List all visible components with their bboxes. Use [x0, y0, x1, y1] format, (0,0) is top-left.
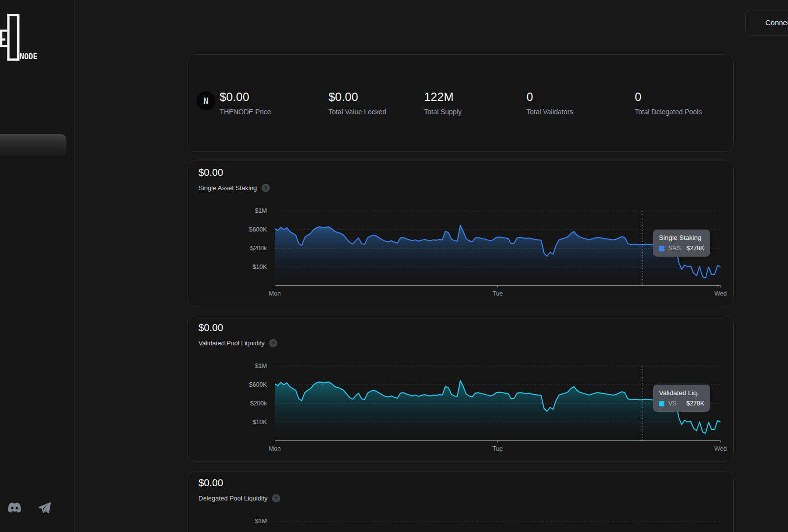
- stat-label: Total Delegated Pools: [635, 108, 702, 116]
- chart-total-value: $0.00: [198, 322, 223, 333]
- help-icon[interactable]: ?: [272, 494, 280, 502]
- y-axis-labels: $1M$600K$200k$10K: [188, 363, 271, 440]
- stat-value: 0: [526, 90, 573, 104]
- stats-card: N $0.00 THENODE Price $0.00 Total Value …: [187, 54, 734, 152]
- sidebar: NODE: [0, 0, 75, 532]
- sidebar-socials: [8, 501, 67, 514]
- y-tick-label: $600K: [249, 381, 267, 389]
- x-axis-labels: MonTueWed: [275, 445, 721, 454]
- x-tick-label: Tue: [492, 445, 503, 452]
- chart-title: Single Asset Staking: [198, 184, 257, 192]
- y-tick-label: $200k: [250, 244, 267, 252]
- stat-label: THENODE Price: [220, 108, 271, 116]
- sidebar-active-nav-item[interactable]: [0, 134, 66, 156]
- chart-title: Validated Pool Liquidity: [198, 339, 264, 347]
- series-name: VS: [668, 400, 677, 407]
- main-content: N $0.00 THENODE Price $0.00 Total Value …: [187, 54, 734, 532]
- y-axis-labels: $1M$600K$200k$10K: [188, 207, 271, 285]
- y-tick-label: $10K: [253, 263, 267, 271]
- discord-icon[interactable]: [8, 501, 21, 514]
- y-tick-label: $1M: [255, 362, 267, 370]
- x-tick-label: Wed: [714, 290, 726, 297]
- y-tick-label: $10K: [253, 418, 267, 426]
- x-tick-label: Wed: [714, 445, 726, 452]
- series-swatch: [659, 401, 664, 406]
- tooltip-title: Single Staking: [659, 234, 704, 241]
- y-tick-label: $1M: [255, 207, 267, 215]
- chart-tooltip: Validated Liq. VS $278K: [653, 385, 710, 412]
- stat-value: 122M: [424, 90, 461, 104]
- stat-total-delegated-pools: 0 Total Delegated Pools: [635, 90, 733, 151]
- thenode-logo[interactable]: NODE: [0, 14, 59, 63]
- y-tick-label: $1M: [255, 517, 267, 525]
- single-asset-staking-card: $0.00 Single Asset Staking ? $1M$600K$20…: [187, 161, 734, 306]
- y-axis-labels: $1M$600K$200k$10K: [188, 518, 271, 532]
- help-icon[interactable]: ?: [262, 184, 270, 192]
- stat-value: $0.00: [328, 90, 386, 104]
- stat-value: $0.00: [220, 90, 271, 104]
- tooltip-title: Validated Liq.: [659, 389, 704, 397]
- validated-pool-liquidity-card: $0.00 Validated Pool Liquidity ? $1M$600…: [187, 316, 734, 462]
- stat-thenode-price: N $0.00 THENODE Price: [197, 90, 328, 151]
- thenode-token-icon: N: [197, 92, 215, 110]
- y-tick-label: $200k: [250, 399, 267, 407]
- stat-label: Total Value Locked: [328, 108, 386, 116]
- chart-total-value: $0.00: [198, 167, 223, 178]
- chart-title: Delegated Pool Liquidity: [198, 495, 267, 502]
- telegram-icon[interactable]: [38, 501, 51, 514]
- help-icon[interactable]: ?: [269, 339, 277, 347]
- logo-text: NODE: [20, 52, 37, 61]
- chart-tooltip: Single Staking SAS $278K: [653, 230, 710, 257]
- stat-total-supply: 122M Total Supply: [424, 90, 526, 151]
- series-value: $278K: [687, 245, 704, 252]
- x-tick-label: Mon: [269, 290, 281, 297]
- delegated-pool-liquidity-card: $0.00 Delegated Pool Liquidity ? $1M$600…: [187, 471, 734, 532]
- stat-value: 0: [635, 90, 702, 104]
- stat-total-validators: 0 Total Validators: [526, 90, 635, 151]
- area-chart-delegated-liquidity[interactable]: [275, 518, 721, 532]
- logo-glyph-bar: [8, 15, 18, 60]
- stat-total-value-locked: $0.00 Total Value Locked: [328, 90, 424, 151]
- series-swatch: [659, 246, 664, 251]
- x-tick-label: Mon: [269, 445, 281, 452]
- x-tick-label: Tue: [492, 290, 503, 297]
- series-name: SAS: [668, 245, 681, 252]
- series-value: $278K: [687, 400, 704, 407]
- chart-total-value: $0.00: [198, 477, 223, 489]
- x-axis-labels: MonTueWed: [275, 290, 721, 299]
- stat-label: Total Validators: [526, 108, 573, 116]
- stat-label: Total Supply: [424, 108, 461, 116]
- y-tick-label: $600K: [249, 226, 267, 233]
- connect-wallet-button[interactable]: Connect: [745, 9, 788, 36]
